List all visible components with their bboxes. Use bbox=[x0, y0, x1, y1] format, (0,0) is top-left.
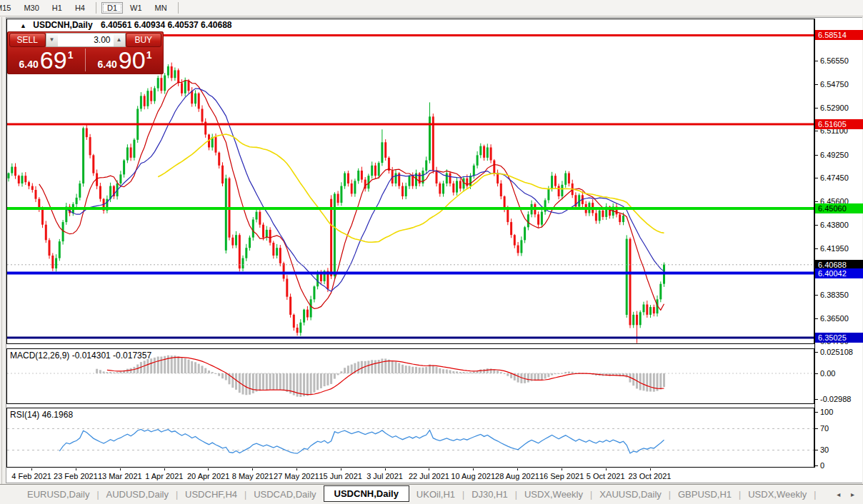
date-label: 13 Mar 2021 bbox=[98, 472, 142, 480]
price-axis-tickmark bbox=[814, 84, 818, 85]
date-label: 28 Aug 2021 bbox=[495, 472, 539, 480]
volume-input[interactable] bbox=[58, 34, 114, 46]
date-axis: 4 Feb 202123 Feb 202113 Mar 20211 Apr 20… bbox=[6, 468, 814, 483]
chart-title: ▲ USDCNH,Daily 6.40561 6.40934 6.40537 6… bbox=[20, 20, 231, 30]
chart-tab-usdx-10[interactable]: USDX,Weekly bbox=[741, 487, 814, 502]
timeframe-toolbar: M15M30H1H4D1W1MN bbox=[0, 0, 863, 16]
timeframe-button-h4[interactable]: H4 bbox=[69, 2, 91, 14]
tab-separator: | bbox=[814, 490, 816, 500]
rsi-label: RSI(14) 46.1968 bbox=[10, 410, 73, 420]
date-tickmark bbox=[606, 468, 607, 470]
date-label: 22 Jul 2021 bbox=[409, 472, 449, 480]
date-label: 3 Jul 2021 bbox=[366, 472, 403, 480]
one-click-trading-panel: SELL ▼ ▲ BUY 6.40 69 1 6.40 90 1 bbox=[7, 31, 164, 74]
price-axis-label: 6.41950 bbox=[820, 244, 849, 253]
price-axis-label: 6.56550 bbox=[820, 56, 849, 65]
price-axis-label: 6.36500 bbox=[820, 314, 849, 323]
macd-axis-label: 0.025108 bbox=[820, 348, 853, 356]
timeframe-button-d1[interactable]: D1 bbox=[101, 2, 123, 14]
volume-increase-icon[interactable]: ▲ bbox=[114, 34, 125, 46]
rsi-axis-label: 100 bbox=[820, 408, 833, 416]
chart-tab-gbpusd-9[interactable]: GBPUSD,H1 bbox=[671, 487, 739, 502]
date-tickmark bbox=[341, 468, 341, 470]
chart-tab-dj30-6[interactable]: DJ30,H1 bbox=[464, 487, 515, 502]
date-tickmark bbox=[164, 468, 165, 470]
tab-scroll-arrows-icon[interactable]: ◂ ▸ bbox=[837, 490, 859, 498]
chart-tab-usdcnh-4[interactable]: USDCNH,Daily bbox=[324, 485, 409, 502]
date-label: 23 Oct 2021 bbox=[629, 472, 672, 480]
price-axis-label: 6.47450 bbox=[820, 173, 849, 182]
buy-button[interactable]: BUY bbox=[126, 33, 162, 47]
price-axis-tickmark bbox=[814, 108, 818, 109]
rsi-axis-label: 70 bbox=[820, 424, 829, 433]
timeframe-button-m30[interactable]: M30 bbox=[18, 2, 44, 14]
date-label: 1 Apr 2021 bbox=[145, 472, 183, 480]
price-axis-label: 6.43800 bbox=[820, 221, 849, 229]
price-axis-tickmark bbox=[814, 248, 818, 249]
rsi-axis-label: 0 bbox=[820, 461, 824, 470]
price-badge: 6.35025 bbox=[815, 333, 863, 343]
volume-decrease-icon[interactable]: ▼ bbox=[46, 34, 58, 46]
date-tickmark bbox=[31, 468, 32, 470]
date-tickmark bbox=[562, 468, 562, 470]
date-label: 10 Aug 2021 bbox=[451, 472, 495, 480]
date-label: 15 Jun 2021 bbox=[319, 472, 362, 480]
one-click-collapse-icon[interactable]: ▲ bbox=[20, 22, 26, 29]
date-tickmark bbox=[296, 468, 297, 470]
price-badge: 6.40042 bbox=[815, 268, 863, 278]
price-axis-label: 6.52900 bbox=[820, 104, 849, 112]
price-axis-label: 6.49250 bbox=[820, 151, 849, 159]
buy-price-display[interactable]: 6.40 90 1 bbox=[86, 47, 164, 73]
date-tickmark bbox=[120, 468, 121, 470]
chart-tab-eurusd-0[interactable]: EURUSD,Daily bbox=[20, 487, 96, 502]
date-tickmark bbox=[429, 468, 429, 470]
sell-button[interactable]: SELL bbox=[9, 33, 46, 47]
date-label: 23 Feb 2021 bbox=[54, 472, 98, 480]
price-badge: 6.45060 bbox=[815, 203, 863, 213]
chart-tab-usdchf-2[interactable]: USDCHF,H4 bbox=[178, 487, 244, 502]
timeframe-button-mn[interactable]: MN bbox=[149, 2, 173, 14]
price-axis-label: 6.54750 bbox=[820, 80, 849, 89]
chart-tab-usdx-7[interactable]: USDX,Weekly bbox=[517, 487, 590, 502]
chart-tab-xauusd-8[interactable]: XAUUSD,Daily bbox=[592, 487, 669, 502]
sell-price-prefix: 6.40 bbox=[19, 59, 39, 70]
toolbar-separator bbox=[96, 2, 96, 14]
buy-price-prefix: 6.40 bbox=[98, 59, 117, 70]
timeframe-button-w1[interactable]: W1 bbox=[124, 2, 148, 14]
window-left-edge bbox=[1, 17, 2, 500]
price-axis-label: 6.38350 bbox=[820, 291, 849, 299]
sell-price-big: 69 bbox=[40, 48, 67, 72]
toolbar-separator bbox=[178, 2, 179, 14]
date-label: 8 May 2021 bbox=[232, 472, 273, 480]
date-label: 16 Sep 2021 bbox=[539, 472, 584, 480]
date-label: 5 Oct 2021 bbox=[587, 472, 625, 480]
macd-label: MACD(12,26,9) -0.014301 -0.017357 bbox=[10, 351, 151, 361]
date-tickmark bbox=[252, 468, 253, 470]
timeframe-button-m15[interactable]: M15 bbox=[0, 2, 16, 14]
chart-tab-bar: EURUSD,Daily|AUDUSD,Daily|USDCHF,H4|USDC… bbox=[0, 484, 863, 504]
rsi-axis-label: 30 bbox=[820, 445, 829, 454]
mt4-window: M15M30H1H4D1W1MN ▲ USDCNH,Daily 6.40561 … bbox=[0, 0, 863, 504]
chart-tab-usdcad-3[interactable]: USDCAD,Daily bbox=[246, 487, 323, 502]
chart-ohlc-values: 6.40561 6.40934 6.40537 6.40688 bbox=[101, 20, 232, 30]
price-badge: 6.51605 bbox=[815, 119, 863, 129]
date-tickmark bbox=[517, 468, 518, 470]
chart-tab-ukoil-5[interactable]: UKOil,H1 bbox=[409, 487, 462, 502]
buy-price-big: 90 bbox=[119, 48, 146, 72]
price-axis-tickmark bbox=[814, 131, 818, 131]
date-label: 4 Feb 2021 bbox=[11, 472, 51, 480]
timeframe-button-h1[interactable]: H1 bbox=[46, 2, 68, 14]
price-badge: 6.58514 bbox=[815, 30, 863, 40]
chart-tab-audusd-1[interactable]: AUDUSD,Daily bbox=[99, 487, 176, 502]
sell-price-pip: 1 bbox=[68, 49, 74, 61]
volume-spinner: ▼ ▲ bbox=[46, 33, 126, 47]
date-tickmark bbox=[650, 468, 651, 470]
price-axis-tickmark bbox=[814, 201, 818, 202]
date-tickmark bbox=[473, 468, 474, 470]
price-axis-tickmark bbox=[814, 61, 818, 61]
macd-axis-label: -0.02988 bbox=[820, 395, 851, 403]
price-axis-tickmark bbox=[814, 225, 818, 226]
rsi-pane[interactable] bbox=[6, 408, 814, 468]
sell-price-display[interactable]: 6.40 69 1 bbox=[7, 47, 85, 73]
price-axis-tickmark bbox=[814, 318, 818, 319]
